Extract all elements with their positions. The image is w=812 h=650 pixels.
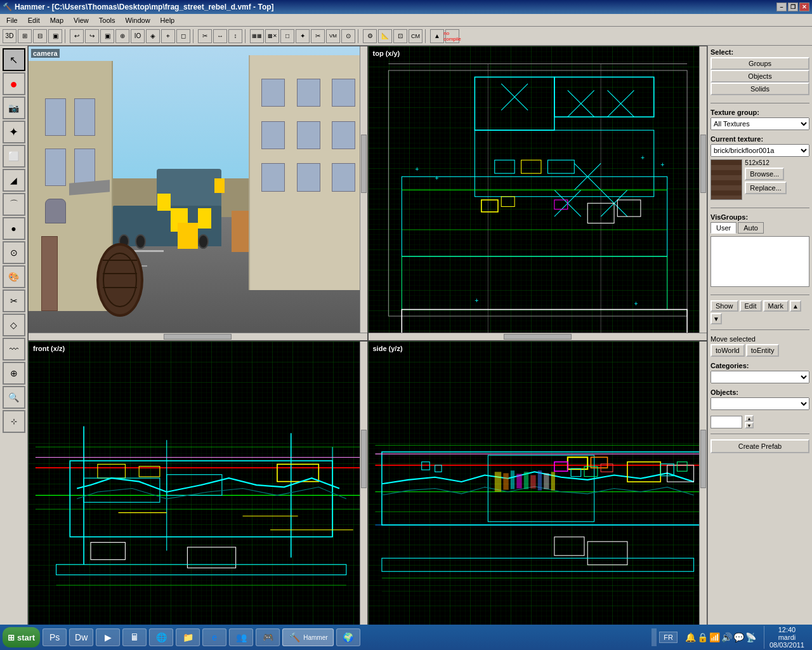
taskbar-app-ie[interactable]: e (202, 628, 226, 646)
viewport-top[interactable]: top (x/y) (368, 46, 708, 341)
groups-button[interactable]: Groups (710, 57, 809, 70)
auto-tab[interactable]: Auto (738, 222, 764, 234)
toentity-button[interactable]: toEntity (746, 344, 780, 357)
language-button[interactable]: FR (659, 632, 678, 643)
minimize-button[interactable]: – (776, 3, 787, 11)
tb-tex2[interactable]: ▩✕ (265, 29, 279, 43)
taskbar-app-steam[interactable]: 🎮 (256, 628, 280, 646)
tray-icon-3[interactable]: 📶 (709, 632, 720, 642)
objects-select[interactable] (710, 397, 809, 410)
tool-wedge[interactable]: ◢ (3, 169, 25, 192)
tb-grid3[interactable]: ▣ (48, 29, 62, 43)
menu-window[interactable]: Window (120, 15, 155, 25)
viewport-side[interactable]: side (y/z) (368, 341, 708, 636)
tool-overlay[interactable]: ⊕ (3, 362, 25, 385)
tb-clip[interactable]: ✂ (311, 29, 325, 43)
taskbar-app-calc[interactable]: 🖩 (122, 628, 147, 646)
camera-scrollbar-thumb-h[interactable] (164, 334, 232, 340)
tb-nocompile[interactable]: no compile (445, 29, 459, 43)
front-scrollbar-thumb-v[interactable] (361, 430, 367, 489)
tb-path[interactable]: ⊙ (341, 29, 355, 43)
tb-block[interactable]: □ (280, 29, 294, 43)
top-scrollbar-thumb-v[interactable] (700, 135, 706, 194)
tool-magnify[interactable]: 🔍 (3, 386, 25, 409)
down-arrow-button[interactable]: ▼ (710, 313, 722, 324)
tb-undo[interactable]: ↩ (70, 29, 84, 43)
viewport-camera[interactable]: camera (28, 46, 368, 341)
tray-icon-6[interactable]: 📡 (745, 632, 756, 642)
replace-button[interactable]: Replace... (745, 182, 787, 194)
taskbar-app-users[interactable]: 👥 (229, 628, 253, 646)
tb-vm[interactable]: VM (326, 29, 340, 43)
tb-size1[interactable]: ↔ (213, 29, 227, 43)
front-scrollbar-v[interactable] (360, 342, 367, 635)
tool-block[interactable]: ⬜ (3, 145, 25, 168)
number-up[interactable]: ▲ (745, 415, 754, 421)
tb-measure[interactable]: 📐 (378, 29, 392, 43)
tool-path[interactable]: 〰 (3, 338, 25, 361)
number-down[interactable]: ▼ (745, 422, 754, 428)
tool-axis[interactable]: ⊹ (3, 410, 25, 433)
solids-button[interactable]: Solids (710, 83, 809, 95)
tb-up[interactable]: ▲ (430, 29, 444, 43)
show-button[interactable]: Show (710, 300, 738, 312)
objects-button[interactable]: Objects (710, 70, 809, 83)
menu-map[interactable]: Map (45, 15, 69, 25)
tool-entity[interactable]: ✦ (3, 121, 25, 143)
tool-sphere[interactable]: ● (3, 217, 25, 240)
tb-cut[interactable]: ✂ (198, 29, 212, 43)
tool-pointer[interactable]: ↖ (3, 48, 25, 71)
menu-edit[interactable]: Edit (23, 15, 45, 25)
tray-icon-1[interactable]: 🔔 (685, 632, 696, 642)
camera-scrollbar-v[interactable] (360, 46, 367, 340)
edit-button[interactable]: Edit (740, 300, 762, 312)
tb-magnet[interactable]: ⚙ (363, 29, 377, 43)
tb-compile[interactable]: ▣ (100, 29, 114, 43)
top-scrollbar-v[interactable] (699, 46, 707, 340)
tb-tool3[interactable]: ◻ (176, 29, 190, 43)
menu-file[interactable]: File (1, 15, 23, 25)
tb-cm[interactable]: CM (409, 29, 422, 43)
tray-icon-5[interactable]: 💬 (733, 632, 744, 642)
tool-zoom[interactable]: ● (3, 72, 25, 95)
taskbar-app-net[interactable]: 🌐 (149, 628, 173, 646)
menu-help[interactable]: Help (155, 15, 180, 25)
taskbar-app-photoshop[interactable]: Ps (43, 628, 67, 646)
tool-clip[interactable]: ✂ (3, 289, 25, 312)
taskbar-app-media[interactable]: ▶ (96, 628, 120, 646)
taskbar-app-explorer[interactable]: 📁 (176, 628, 200, 646)
tool-cylinder[interactable]: ⊙ (3, 241, 25, 264)
tb-tex1[interactable]: ▦▦ (250, 29, 264, 43)
user-tab[interactable]: User (710, 222, 737, 234)
up-arrow-button[interactable]: ▲ (790, 300, 801, 312)
tb-3d[interactable]: 3D (3, 29, 16, 43)
restore-button[interactable]: ❐ (788, 3, 798, 11)
categories-select[interactable] (710, 371, 809, 383)
tb-groups[interactable]: ⊕ (115, 29, 129, 43)
tb-cordon[interactable]: ⊡ (393, 29, 407, 43)
side-scrollbar-thumb-v[interactable] (700, 430, 706, 489)
taskbar-app-browser2[interactable]: 🌍 (336, 628, 360, 646)
show-desktop-button[interactable] (652, 628, 657, 646)
tool-arch[interactable]: ⌒ (3, 193, 25, 216)
texture-group-select[interactable]: All Textures (710, 117, 809, 130)
tray-icon-2[interactable]: 🔒 (697, 632, 708, 642)
camera-scrollbar-h[interactable] (29, 333, 367, 340)
titlebar-controls[interactable]: – ❐ ✕ (776, 3, 809, 11)
tb-grid2[interactable]: ⊟ (33, 29, 47, 43)
browse-button[interactable]: Browse... (745, 168, 784, 180)
camera-scrollbar-thumb-v[interactable] (361, 135, 367, 194)
toworld-button[interactable]: toWorld (710, 344, 745, 357)
tb-grid1[interactable]: ⊞ (18, 29, 32, 43)
tool-camera[interactable]: 📷 (3, 96, 25, 119)
current-texture-select[interactable]: brick/brickfloor001a (710, 144, 809, 157)
tb-size2[interactable]: ↕ (228, 29, 242, 43)
menu-tools[interactable]: Tools (94, 15, 121, 25)
taskbar-app-hammer[interactable]: 🔨 Hammer (282, 628, 333, 646)
tb-tool2[interactable]: ⌖ (161, 29, 175, 43)
tool-vertex[interactable]: ◇ (3, 314, 25, 336)
tb-tool1[interactable]: ◈ (146, 29, 160, 43)
top-scrollbar-h[interactable] (369, 333, 707, 340)
tray-icon-4[interactable]: 🔊 (721, 632, 732, 642)
tb-io[interactable]: IO (131, 29, 145, 43)
